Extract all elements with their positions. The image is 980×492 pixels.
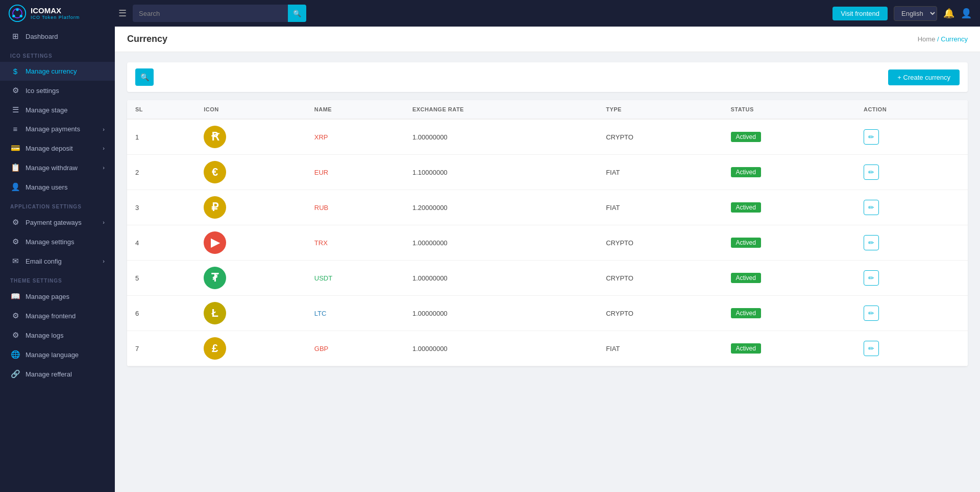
page-title: Currency (127, 34, 167, 44)
language-select[interactable]: English (894, 6, 937, 21)
cell-sl: 6 (127, 296, 195, 331)
sidebar-item-payment-gateways[interactable]: ⚙ Payment gateways › (0, 213, 115, 232)
edit-button[interactable]: ✏ (864, 270, 879, 286)
cell-name: RUB (306, 190, 404, 225)
status-badge: Actived (731, 238, 761, 248)
logo-icon (8, 4, 27, 22)
search-box: 🔍 (133, 5, 306, 22)
arrow-icon: › (103, 258, 105, 264)
svg-point-3 (20, 15, 22, 17)
edit-button[interactable]: ✏ (864, 306, 879, 321)
user-icon[interactable]: 👤 (961, 8, 972, 19)
cell-type: FIAT (598, 190, 722, 225)
currency-coin-icon: € (204, 161, 226, 183)
arrow-icon: › (103, 219, 105, 225)
search-button[interactable]: 🔍 (288, 5, 306, 22)
status-badge: Actived (731, 132, 761, 142)
search-input[interactable] (133, 10, 288, 17)
col-sl: SL (127, 100, 195, 119)
logs-icon: ⚙ (10, 331, 20, 340)
notifications-icon[interactable]: 🔔 (943, 8, 954, 19)
edit-button[interactable]: ✏ (864, 235, 879, 250)
currency-name-link[interactable]: GBP (314, 345, 328, 353)
sidebar-item-label: Ico settings (26, 87, 59, 95)
cell-type: CRYPTO (598, 119, 722, 155)
create-currency-button[interactable]: + Create currency (888, 69, 960, 85)
currency-name-link[interactable]: EUR (314, 169, 328, 176)
sidebar-item-label: Manage payments (26, 125, 80, 133)
sidebar-item-manage-stage[interactable]: ☰ Manage stage (0, 100, 115, 120)
edit-button[interactable]: ✏ (864, 200, 879, 215)
col-status: STATUS (723, 100, 855, 119)
svg-point-2 (16, 8, 18, 11)
table-row: 1 Ꞧ XRP 1.00000000 CRYPTO Actived ✏ (127, 119, 968, 155)
arrow-icon: › (103, 165, 105, 171)
sidebar-item-manage-frontend[interactable]: ⚙ Manage frontend (0, 306, 115, 325)
sidebar-item-ico-settings[interactable]: ⚙ Ico settings (0, 81, 115, 100)
cell-icon: ₽ (195, 190, 306, 225)
hamburger-icon[interactable]: ☰ (118, 8, 127, 19)
currency-name-link[interactable]: RUB (314, 204, 328, 212)
cell-rate: 1.00000000 (404, 225, 598, 261)
sidebar-item-email-config[interactable]: ✉ Email config › (0, 251, 115, 271)
gateways-icon: ⚙ (10, 218, 20, 227)
cell-type: CRYPTO (598, 296, 722, 331)
cell-sl: 2 (127, 155, 195, 190)
edit-button[interactable]: ✏ (864, 129, 879, 145)
currency-coin-icon: ₮ (204, 267, 226, 289)
sidebar-item-label: Manage pages (26, 293, 69, 300)
layout: ⊞ Dashboard ICO SETTINGS $ Manage curren… (0, 27, 980, 492)
cell-sl: 5 (127, 261, 195, 296)
visit-frontend-button[interactable]: Visit frontend (832, 7, 888, 20)
cell-rate: 1.00000000 (404, 331, 598, 366)
cell-status: Actived (723, 119, 855, 155)
sidebar-item-dashboard[interactable]: ⊞ Dashboard (0, 27, 115, 46)
deposit-icon: 💳 (10, 144, 20, 153)
sidebar-item-manage-language[interactable]: 🌐 Manage language (0, 345, 115, 364)
cell-rate: 1.00000000 (404, 296, 598, 331)
sidebar-item-label: Payment gateways (26, 219, 82, 226)
cell-status: Actived (723, 296, 855, 331)
status-badge: Actived (731, 308, 761, 318)
sidebar-item-manage-settings[interactable]: ⚙ Manage settings (0, 232, 115, 251)
top-navigation: ICOMAX ICO Token Platform ☰ 🔍 Visit fron… (0, 0, 980, 27)
cell-action: ✏ (855, 155, 968, 190)
cell-name: GBP (306, 331, 404, 366)
currency-name-link[interactable]: USDT (314, 274, 332, 282)
currency-icon: $ (10, 67, 20, 76)
currency-name-link[interactable]: LTC (314, 310, 327, 317)
edit-button[interactable]: ✏ (864, 341, 879, 356)
language-icon: 🌐 (10, 350, 20, 359)
users-icon: 👤 (10, 182, 20, 192)
filter-search-button[interactable]: 🔍 (135, 68, 154, 86)
currency-coin-icon: ▶ (204, 231, 226, 254)
col-name: NAME (306, 100, 404, 119)
cell-action: ✏ (855, 331, 968, 366)
sidebar-item-manage-withdraw[interactable]: 📋 Manage withdraw › (0, 158, 115, 177)
sidebar-item-manage-payments[interactable]: ≡ Manage payments › (0, 120, 115, 138)
sidebar-item-label: Manage refferal (26, 370, 72, 378)
sidebar: ⊞ Dashboard ICO SETTINGS $ Manage curren… (0, 27, 115, 492)
currency-name-link[interactable]: TRX (314, 239, 328, 247)
sidebar-section-app: APPLICATION SETTINGS (0, 197, 115, 213)
cell-icon: ▶ (195, 225, 306, 261)
sidebar-item-manage-referral[interactable]: 🔗 Manage refferal (0, 364, 115, 384)
svg-point-0 (9, 5, 26, 21)
cell-status: Actived (723, 225, 855, 261)
sidebar-item-manage-deposit[interactable]: 💳 Manage deposit › (0, 138, 115, 158)
pages-icon: 📖 (10, 292, 20, 301)
col-type: TYPE (598, 100, 722, 119)
sidebar-item-manage-logs[interactable]: ⚙ Manage logs (0, 325, 115, 345)
sidebar-item-label: Manage currency (26, 67, 77, 75)
sidebar-item-manage-currency[interactable]: $ Manage currency (0, 62, 115, 81)
currency-name-link[interactable]: XRP (314, 133, 328, 141)
status-badge: Actived (731, 343, 761, 354)
cell-status: Actived (723, 190, 855, 225)
sidebar-item-manage-users[interactable]: 👤 Manage users (0, 177, 115, 197)
edit-button[interactable]: ✏ (864, 165, 879, 180)
sidebar-item-manage-pages[interactable]: 📖 Manage pages (0, 287, 115, 306)
cell-sl: 3 (127, 190, 195, 225)
logo-text: ICOMAX (31, 7, 80, 15)
breadcrumb-home[interactable]: Home (918, 35, 936, 43)
sidebar-item-label: Manage logs (26, 332, 63, 339)
